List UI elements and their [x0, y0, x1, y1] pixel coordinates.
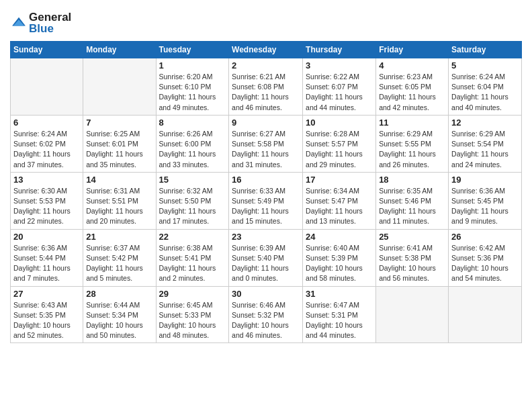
calendar-cell: 8Sunrise: 6:26 AMSunset: 6:00 PMDaylight… [156, 115, 229, 172]
day-detail: Sunrise: 6:37 AMSunset: 5:42 PMDaylight:… [86, 243, 152, 284]
day-detail: Sunrise: 6:39 AMSunset: 5:40 PMDaylight:… [232, 243, 300, 284]
day-number: 17 [306, 175, 373, 185]
calendar-cell: 25Sunrise: 6:41 AMSunset: 5:38 PMDayligh… [376, 229, 449, 286]
day-number: 22 [159, 232, 226, 242]
logo-icon [11, 15, 26, 30]
calendar-cell: 20Sunrise: 6:36 AMSunset: 5:44 PMDayligh… [11, 229, 83, 286]
calendar-cell [376, 286, 449, 343]
day-detail: Sunrise: 6:36 AMSunset: 5:45 PMDaylight:… [451, 186, 519, 227]
day-number: 23 [232, 232, 300, 242]
day-number: 11 [379, 118, 445, 128]
calendar-cell: 1Sunrise: 6:20 AMSunset: 6:10 PMDaylight… [156, 58, 229, 116]
day-detail: Sunrise: 6:28 AMSunset: 5:57 PMDaylight:… [306, 129, 373, 170]
calendar-cell: 26Sunrise: 6:42 AMSunset: 5:36 PMDayligh… [449, 229, 522, 286]
calendar-cell: 21Sunrise: 6:37 AMSunset: 5:42 PMDayligh… [83, 229, 156, 286]
week-row-1: 1Sunrise: 6:20 AMSunset: 6:10 PMDaylight… [11, 58, 522, 116]
day-number: 1 [159, 60, 226, 71]
day-detail: Sunrise: 6:46 AMSunset: 5:32 PMDaylight:… [232, 300, 300, 341]
weekday-header-wednesday: Wednesday [229, 42, 303, 58]
day-detail: Sunrise: 6:29 AMSunset: 5:55 PMDaylight:… [379, 129, 445, 170]
day-detail: Sunrise: 6:21 AMSunset: 6:08 PMDaylight:… [232, 72, 300, 113]
calendar-cell: 29Sunrise: 6:45 AMSunset: 5:33 PMDayligh… [156, 286, 229, 343]
day-detail: Sunrise: 6:22 AMSunset: 6:07 PMDaylight:… [306, 72, 373, 113]
calendar-cell: 12Sunrise: 6:29 AMSunset: 5:54 PMDayligh… [449, 115, 522, 172]
week-row-3: 13Sunrise: 6:30 AMSunset: 5:53 PMDayligh… [11, 172, 522, 229]
weekday-header-row: SundayMondayTuesdayWednesdayThursdayFrid… [11, 42, 522, 58]
calendar-cell: 22Sunrise: 6:38 AMSunset: 5:41 PMDayligh… [156, 229, 229, 286]
day-detail: Sunrise: 6:43 AMSunset: 5:35 PMDaylight:… [13, 300, 80, 341]
day-number: 14 [86, 175, 152, 185]
day-detail: Sunrise: 6:38 AMSunset: 5:41 PMDaylight:… [159, 243, 226, 284]
week-row-4: 20Sunrise: 6:36 AMSunset: 5:44 PMDayligh… [11, 229, 522, 286]
weekday-header-monday: Monday [83, 42, 156, 58]
calendar-cell: 30Sunrise: 6:46 AMSunset: 5:32 PMDayligh… [229, 286, 303, 343]
weekday-header-friday: Friday [376, 42, 449, 58]
calendar-cell: 28Sunrise: 6:44 AMSunset: 5:34 PMDayligh… [83, 286, 156, 343]
day-detail: Sunrise: 6:44 AMSunset: 5:34 PMDaylight:… [86, 300, 152, 341]
calendar-cell: 2Sunrise: 6:21 AMSunset: 6:08 PMDaylight… [229, 58, 303, 116]
day-number: 10 [306, 118, 373, 128]
calendar-cell: 27Sunrise: 6:43 AMSunset: 5:35 PMDayligh… [11, 286, 83, 343]
day-number: 21 [86, 232, 152, 242]
calendar-cell: 11Sunrise: 6:29 AMSunset: 5:55 PMDayligh… [376, 115, 449, 172]
day-detail: Sunrise: 6:33 AMSunset: 5:49 PMDaylight:… [232, 186, 300, 227]
day-detail: Sunrise: 6:23 AMSunset: 6:05 PMDaylight:… [379, 72, 445, 113]
calendar-cell: 24Sunrise: 6:40 AMSunset: 5:39 PMDayligh… [303, 229, 376, 286]
day-detail: Sunrise: 6:42 AMSunset: 5:36 PMDaylight:… [451, 243, 519, 284]
logo-line2: Blue [29, 22, 71, 36]
day-detail: Sunrise: 6:20 AMSunset: 6:10 PMDaylight:… [159, 72, 226, 113]
day-detail: Sunrise: 6:40 AMSunset: 5:39 PMDaylight:… [306, 243, 373, 284]
calendar-cell: 5Sunrise: 6:24 AMSunset: 6:04 PMDaylight… [449, 58, 522, 116]
week-row-2: 6Sunrise: 6:24 AMSunset: 6:02 PMDaylight… [11, 115, 522, 172]
calendar-cell: 4Sunrise: 6:23 AMSunset: 6:05 PMDaylight… [376, 58, 449, 116]
day-number: 18 [379, 175, 445, 185]
day-number: 7 [86, 118, 152, 128]
day-detail: Sunrise: 6:45 AMSunset: 5:33 PMDaylight:… [159, 300, 226, 341]
calendar-cell: 7Sunrise: 6:25 AMSunset: 6:01 PMDaylight… [83, 115, 156, 172]
day-number: 3 [306, 60, 373, 71]
day-number: 6 [13, 118, 80, 128]
calendar-cell: 14Sunrise: 6:31 AMSunset: 5:51 PMDayligh… [83, 172, 156, 229]
calendar-cell: 23Sunrise: 6:39 AMSunset: 5:40 PMDayligh… [229, 229, 303, 286]
calendar-cell: 6Sunrise: 6:24 AMSunset: 6:02 PMDaylight… [11, 115, 83, 172]
calendar-table: SundayMondayTuesdayWednesdayThursdayFrid… [10, 41, 522, 343]
day-number: 29 [159, 289, 226, 299]
weekday-header-saturday: Saturday [449, 42, 522, 58]
day-number: 4 [379, 60, 445, 71]
day-detail: Sunrise: 6:24 AMSunset: 6:04 PMDaylight:… [451, 72, 519, 113]
day-number: 13 [13, 175, 80, 185]
day-detail: Sunrise: 6:35 AMSunset: 5:46 PMDaylight:… [379, 186, 445, 227]
day-number: 27 [13, 289, 80, 299]
calendar-cell: 3Sunrise: 6:22 AMSunset: 6:07 PMDaylight… [303, 58, 376, 116]
calendar-cell: 17Sunrise: 6:34 AMSunset: 5:47 PMDayligh… [303, 172, 376, 229]
day-number: 25 [379, 232, 445, 242]
day-number: 30 [232, 289, 300, 299]
weekday-header-thursday: Thursday [303, 42, 376, 58]
day-detail: Sunrise: 6:36 AMSunset: 5:44 PMDaylight:… [13, 243, 80, 284]
day-number: 15 [159, 175, 226, 185]
day-detail: Sunrise: 6:26 AMSunset: 6:00 PMDaylight:… [159, 129, 226, 170]
day-number: 31 [306, 289, 373, 299]
weekday-header-tuesday: Tuesday [156, 42, 229, 58]
day-detail: Sunrise: 6:29 AMSunset: 5:54 PMDaylight:… [451, 129, 519, 170]
calendar-cell: 16Sunrise: 6:33 AMSunset: 5:49 PMDayligh… [229, 172, 303, 229]
day-detail: Sunrise: 6:30 AMSunset: 5:53 PMDaylight:… [13, 186, 80, 227]
calendar-cell [11, 58, 83, 116]
calendar-cell: 15Sunrise: 6:32 AMSunset: 5:50 PMDayligh… [156, 172, 229, 229]
logo: General Blue [10, 11, 71, 36]
day-number: 20 [13, 232, 80, 242]
day-number: 12 [451, 118, 519, 128]
day-detail: Sunrise: 6:31 AMSunset: 5:51 PMDaylight:… [86, 186, 152, 227]
page-header: General Blue [10, 7, 522, 36]
day-number: 5 [451, 60, 519, 71]
calendar-cell: 9Sunrise: 6:27 AMSunset: 5:58 PMDaylight… [229, 115, 303, 172]
day-detail: Sunrise: 6:25 AMSunset: 6:01 PMDaylight:… [86, 129, 152, 170]
day-number: 19 [451, 175, 519, 185]
day-detail: Sunrise: 6:34 AMSunset: 5:47 PMDaylight:… [306, 186, 373, 227]
day-number: 24 [306, 232, 373, 242]
calendar-body: 1Sunrise: 6:20 AMSunset: 6:10 PMDaylight… [11, 58, 522, 343]
day-detail: Sunrise: 6:32 AMSunset: 5:50 PMDaylight:… [159, 186, 226, 227]
calendar-cell: 19Sunrise: 6:36 AMSunset: 5:45 PMDayligh… [449, 172, 522, 229]
calendar-cell [83, 58, 156, 116]
day-detail: Sunrise: 6:27 AMSunset: 5:58 PMDaylight:… [232, 129, 300, 170]
